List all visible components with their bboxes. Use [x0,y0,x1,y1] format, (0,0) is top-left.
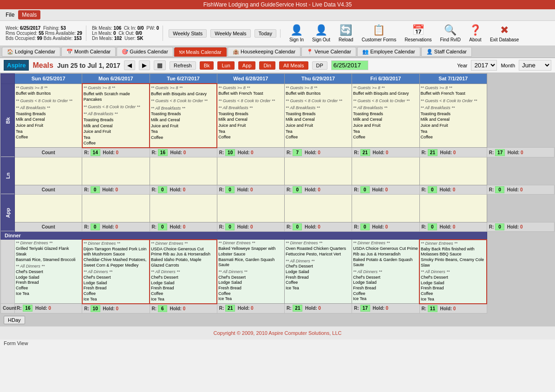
find-rvid-button[interactable]: 🔍 Find RvID [437,23,464,44]
today-btn[interactable]: Today [255,29,276,38]
bk-cell-1[interactable]: ** Guests >= 8 **Buffet with Scratch mad… [82,84,150,148]
dinner-cell-0[interactable]: ** Dinner Entrees **Grilled Teriyaki Gla… [15,240,82,304]
count-cell-bk-2: R: 10 Hold: 0 [217,148,284,157]
tab-housekeeping-calendar[interactable]: 🏨 Housekeeping Calendar [228,47,300,57]
din-btn[interactable]: Din [259,61,275,70]
ln-cell-0[interactable] [15,157,82,185]
dinner-cell-4[interactable]: ** Dinner Entrees **Oven Roasted Chicken… [285,240,352,304]
app-cell-6[interactable] [419,194,487,222]
title-text: FishWare Lodging and GuideService Host -… [203,1,352,8]
ln-cell-4[interactable] [285,157,352,185]
hold-label: Hold: [440,150,453,155]
r-label: R: [422,306,428,311]
count-cell-bk-5: R: 21 Hold: 0 [419,148,487,157]
hold-val: 0 [386,150,389,155]
day-header-6: Sat 7/1/2017 [419,74,487,84]
all-meals-btn[interactable]: All Meals [279,61,308,70]
app-cell-5[interactable] [352,194,419,222]
bk-cell-4[interactable]: ** Guests >= 8 **Buffet with Burritos** … [285,84,352,148]
r-label: R: [84,187,90,192]
hold-val: 0 [183,150,186,155]
dinner-cell-3[interactable]: ** Dinner Entrees **Baked Yelloweye Snap… [217,240,284,304]
hold-label: Hold: [103,306,116,311]
refresh-btn[interactable]: Refresh [170,61,196,70]
dinner-cell-1[interactable]: ** Dinner Entrees **Dijon-Tarragon Roast… [82,240,150,304]
count-cell-ln-2: R: 0 Hold: 0 [217,185,284,194]
tab-staff-calendar[interactable]: 👤 Staff Calendar [421,47,472,57]
hold-val: 0 [250,224,253,229]
year-select[interactable]: 2017 [471,60,497,71]
dinner-cell-5[interactable]: ** Dinner Entrees **USDA Choice Generous… [352,240,419,304]
about-icon: ❓ [469,24,482,36]
about-button[interactable]: ❓ About [466,23,485,44]
hold-val: 0 [521,150,523,155]
file-menu[interactable]: File [2,10,18,20]
hold-val: 0 [115,187,118,192]
r-val: 0 [495,223,504,230]
weekly-meals-btn[interactable]: Weekly Meals [210,29,250,38]
hold-label: Hold: [508,150,521,155]
dp-btn[interactable]: DP [312,61,327,70]
r-val: 17 [495,149,505,156]
count-row-label-dinner: Count [1,304,15,314]
lun-btn[interactable]: Lun [217,61,234,70]
toolbar: Week: 6/25/2017 Fishing: 53 Rms Occupied… [0,21,555,46]
app-btn[interactable]: App [238,61,256,70]
bk-cell-5[interactable]: ** Guests >= 8 **Buffet with Bisquits an… [352,84,419,148]
ln-cell-2[interactable] [150,157,217,185]
r-val: 21 [225,305,235,312]
tab-lodging-calendar[interactable]: 🏠 Lodging Calendar [2,47,60,57]
hold-val: 0 [318,150,320,155]
reload-button[interactable]: 🔄 Reload [335,23,357,44]
meals-menu[interactable]: Meals [18,10,40,20]
sign-in-button[interactable]: 👤 Sign In [286,23,307,44]
bk-btn[interactable]: Bk [200,61,214,70]
count-row-label-bk: Count [15,148,82,157]
app-cell-2[interactable] [150,194,217,222]
app-cell-1[interactable] [82,194,150,222]
count-cell-dinner-3: R: 21 Hold: 0 [217,304,284,314]
weekly-stats-btn[interactable]: Weekly Stats [169,29,207,38]
app-cell-3[interactable] [217,194,284,222]
r-label: R: [489,224,495,229]
bk-cell-0[interactable]: ** Guests >= 8 **Buffet with Burritos** … [15,84,82,148]
dinner-cell-2[interactable]: ** Dinner Entrees **USDA Choice Generous… [150,240,217,304]
count-cell-bk-3: R: 7 Hold: 0 [285,148,352,157]
hold-label: Hold: [35,306,48,311]
r-label: R: [84,306,90,311]
tab-guides-calendar[interactable]: 🎯 Guides Calendar [117,47,173,57]
hold-label: Hold: [305,224,318,229]
sign-out-button[interactable]: 👤 Sign Out [309,23,333,44]
hold-val: 0 [453,187,456,192]
reservations-button[interactable]: 📅 Reservations [401,23,435,44]
prev-nav-btn[interactable]: ◀ [124,60,135,70]
tab-venue-calendar[interactable]: 📍 Venue Calendar [301,47,356,57]
tab-meals-calendar[interactable]: 🍽 Meals Calendar [174,47,227,57]
exit-database-button[interactable]: ✖ Exit Database [487,23,522,44]
customer-forms-button[interactable]: 📋 Customer Forms [359,23,399,44]
footer: Copyright © 2009, 2010 Aspire Computer S… [0,326,555,340]
hday-button[interactable]: HDay [4,316,25,324]
tab-month-calendar[interactable]: 📅 Month Calendar [61,47,116,57]
toolbar-buttons: 👤 Sign In 👤 Sign Out 🔄 Reload 📋 Customer… [282,23,526,44]
bk-cell-6[interactable]: ** Guests >= 8 **Buffet with French Toas… [419,84,487,148]
count-cell-ln-4: R: 0 Hold: 0 [352,185,419,194]
count-cell-app-1: R: 0 Hold: 0 [150,222,217,231]
hold-val: 0 [116,306,119,311]
app-cell-0[interactable] [15,194,82,222]
dinner-cell-6[interactable]: ** Dinner Entrees **Baby Back Ribs finis… [419,240,487,304]
reload-icon: 🔄 [340,24,352,36]
tab-employee-calendar[interactable]: 👥 Employee Calendar [357,47,420,57]
ln-cell-3[interactable] [217,157,284,185]
app-cell-4[interactable] [285,194,352,222]
ln-cell-5[interactable] [352,157,419,185]
bk-cell-2[interactable]: ** Guests >= 8 **Buffet with Bisquits an… [150,84,217,148]
ln-cell-1[interactable] [82,157,150,185]
ln-cell-6[interactable] [419,157,487,185]
date-input[interactable] [331,60,368,70]
next-nav-btn[interactable]: ▶ [139,60,150,70]
bk-cell-3[interactable]: ** Guests >= 8 **Buffet with French Toas… [217,84,284,148]
hold-label: Hold: [507,187,520,192]
cal-grid-btn[interactable]: ▦ [154,60,166,70]
month-select[interactable]: June [519,60,551,71]
